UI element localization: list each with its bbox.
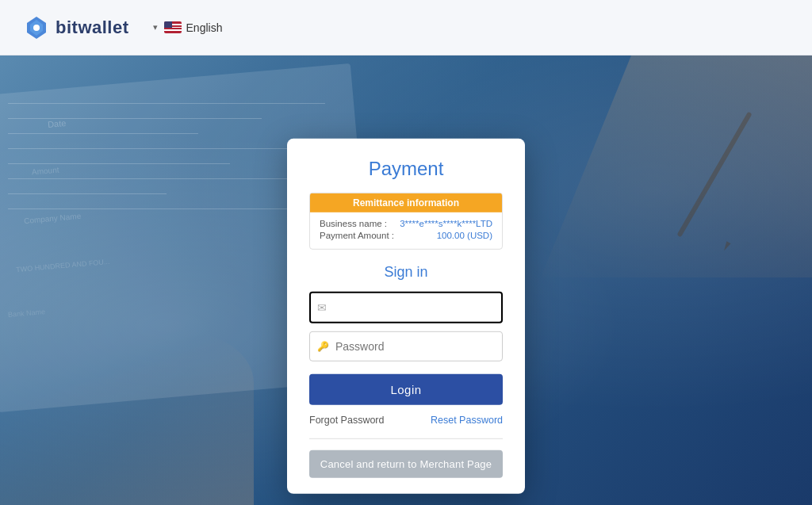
payment-amount-label: Payment Amount :	[320, 230, 394, 239]
modal-divider	[309, 438, 503, 438]
dropdown-arrow: ▾	[153, 22, 158, 33]
hand-left-decor	[0, 331, 254, 505]
reset-password-link[interactable]: Reset Password	[431, 414, 503, 425]
business-name-row: Business name : 3****e****s****k****LTD	[320, 218, 492, 228]
password-input[interactable]	[309, 331, 503, 361]
email-input-wrapper: ✉	[309, 291, 503, 323]
flag-icon	[164, 21, 182, 33]
payment-amount-row: Payment Amount : 100.00 (USD)	[320, 230, 492, 239]
logo-area: bitwallet	[24, 15, 129, 40]
business-name-value: 3****e****s****k****LTD	[400, 218, 492, 228]
remittance-header: Remittance information	[310, 193, 502, 212]
payment-amount-value: 100.00 (USD)	[437, 230, 492, 239]
password-icon: 🔑	[317, 340, 329, 351]
bg-text-date: Date	[48, 118, 67, 129]
signin-title: Sign in	[309, 263, 503, 280]
language-selector[interactable]: ▾ English	[153, 21, 223, 34]
hand-right-decor	[511, 55, 812, 277]
modal-title: Payment	[309, 157, 503, 179]
password-input-wrapper: 🔑	[309, 331, 503, 361]
remittance-body: Business name : 3****e****s****k****LTD …	[310, 212, 502, 248]
cancel-button[interactable]: Cancel and return to Merchant Page	[309, 450, 503, 477]
login-button[interactable]: Login	[309, 373, 503, 404]
business-name-label: Business name :	[320, 218, 387, 228]
email-input[interactable]	[309, 291, 503, 323]
email-icon: ✉	[317, 300, 327, 313]
header: bitwallet ▾ English	[0, 0, 812, 55]
forgot-password-link[interactable]: Forgot Password	[309, 414, 384, 425]
remittance-box: Remittance information Business name : 3…	[309, 192, 503, 249]
links-row: Forgot Password Reset Password	[309, 414, 503, 425]
logo-text: bitwallet	[56, 17, 129, 38]
background-overlay: Date Amount Company Name TWO HUNDRED AND…	[0, 55, 812, 505]
bitwallet-logo-icon	[24, 15, 49, 40]
payment-modal: Payment Remittance information Business …	[287, 138, 525, 493]
svg-point-2	[33, 25, 40, 31]
language-label: English	[186, 21, 223, 34]
